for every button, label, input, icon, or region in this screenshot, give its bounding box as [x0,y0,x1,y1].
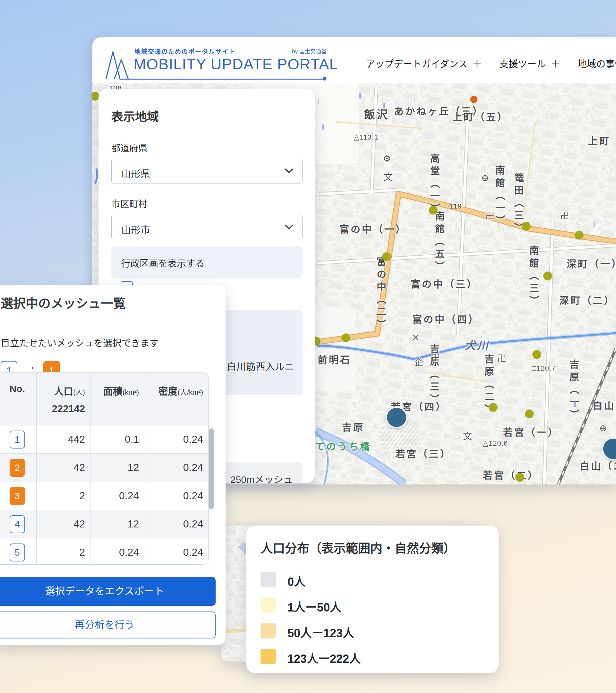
region-panel-title: 表示地域 [111,107,159,124]
cell-density: 0.24 [144,454,208,482]
map-label: ·119 [447,202,462,211]
map-symbol: ✕ [412,332,419,343]
table-row[interactable]: 520.240.24 [0,538,208,565]
mesh-badge[interactable]: 1 [9,431,25,449]
table-row[interactable]: 14420.10.24 [0,425,208,454]
map-label: 吉原（一） [566,359,580,422]
table-row[interactable]: 320.240.24 [0,482,208,510]
cell-area: 0.1 [90,425,144,454]
bus-stop-dot [516,473,524,481]
cell-population: 42 [36,454,90,482]
map-label: 富の中（二） [374,257,388,332]
map-symbol: 文 [384,170,393,183]
map-label: 若宮（一） [503,424,559,439]
cell-area: 0.24 [90,538,144,565]
mesh-badge-selected[interactable]: 2 [9,459,25,477]
poi-dot [470,96,477,103]
export-button[interactable]: 選択データをエクスポート [0,577,216,606]
map-label: 若宮（三） [395,446,452,460]
col-density: 密度(人/km²) [144,373,208,397]
city-select[interactable]: 山形市 [111,214,302,240]
map-label: 南館（三） [526,245,540,308]
bus-stop-dot [342,334,350,342]
bus-stop-dot [429,206,437,214]
prefecture-label: 都道府県 [111,141,147,154]
map-label: ∥ [383,102,385,108]
arrow-right-icon: → [24,359,36,373]
nav-item-1[interactable]: 支援ツール＋ [499,56,560,70]
map-label: 吉原 [342,419,364,433]
bus-stop-dot [93,92,99,100]
cell-density: 0.24 [144,482,208,510]
legend-swatch [260,597,276,613]
map-symbol: 卍 [485,209,494,221]
main-nav: アップデートガイダンス＋支援ツール＋地域の事例 [366,56,616,70]
prefecture-select[interactable]: 山形県 [111,158,302,184]
mesh-table: No. 人口(人) 222142 面積(km²) 密度(人/km²) 14420… [0,372,208,565]
nav-item-0[interactable]: アップデートガイダンス＋ [366,56,482,70]
map-label: 富の中（三） [411,276,478,290]
bus-stop-dot [522,222,530,230]
brand-tagline: 地域交通のためのポータルサイト [135,47,236,56]
map-label: 白山（二） [580,458,616,472]
brand-byline: by 国土交通省 [292,47,326,55]
map-label: てのうち橋 [315,439,371,453]
legend-title: 人口分布（表示範囲内・自然分類） [260,538,456,556]
map-label: △113.1 [354,133,378,141]
reanalyze-button[interactable]: 再分析を行う [0,612,216,638]
map-label: 若宮（二） [483,468,539,481]
legend-label: 123人ー222人 [287,649,361,666]
map-label: ∥ [359,93,361,99]
map-label: 犬川 [464,337,490,353]
selected-address-text: 白川筋西入ルニ [227,359,294,373]
nav-item-2[interactable]: 地域の事例 [577,57,616,70]
table-row[interactable]: 242120.24 [0,454,208,482]
mesh-cluster-marker[interactable] [386,407,408,428]
map-label: □120.7 [532,364,556,373]
legend-swatch [260,649,276,664]
population-legend: 人口分布（表示範囲内・自然分類） 0人1人ー50人50人ー123人123人ー22… [246,526,499,673]
admin-boundary-label: 行政区画を表示する [121,256,205,270]
city-label: 市区町村 [111,197,147,210]
cell-density: 0.24 [144,538,208,565]
legend-label: 50人ー123人 [287,624,354,640]
brand-underline [120,79,323,80]
brand-title: MOBILITY UPDATE PORTAL [134,55,338,73]
map-symbol: 文 [463,429,472,442]
city-value: 山形市 [121,222,150,236]
plus-icon: ＋ [550,58,560,70]
mesh-cluster-marker[interactable] [602,437,616,460]
col-no: No. [0,373,36,394]
page: 飯沢あかねヶ丘（三）上町（五）上町（三）富の中（一）富の中（三）富の中（四）深町… [0,0,616,693]
legend-label: 0人 [287,572,305,589]
mesh-badge-selected[interactable]: 3 [9,487,25,505]
table-row[interactable]: 442120.24 [0,510,208,538]
map-label: ∥ [593,221,595,227]
mesh-list-panel: 選択中のメッシュ一覧 目立たせたいメッシュを選択できます 1 → 1 No. 人… [0,285,225,645]
cell-population: 42 [36,510,90,538]
chevron-down-icon [284,224,294,230]
cell-density: 0.24 [144,510,208,538]
bus-stop-dot [489,403,497,412]
mesh-badge[interactable]: 5 [9,543,25,561]
cell-population: 2 [36,482,90,510]
bus-stop-dot [543,272,552,280]
mesh-badge[interactable]: 4 [9,515,25,533]
table-scrollbar[interactable] [209,428,214,510]
map-label: 白山 [593,398,615,412]
map-symbol: 卍 [431,351,440,363]
brand-underline-dot [323,77,326,81]
prefecture-value: 山形県 [121,166,150,180]
map-label: 富の中（四） [412,312,480,325]
cell-population: 2 [36,538,90,565]
map-symbol: 企 [414,355,423,368]
cell-area: 0.24 [90,482,144,510]
cell-area: 12 [90,454,144,482]
col-area: 面積(km²) [91,373,144,397]
map-symbol: ⊕ [599,423,607,433]
bus-stop-dot [533,350,541,359]
mesh-panel-subtitle: 目立たせたいメッシュを選択できます [1,336,159,349]
map-label: 上町（三） [588,133,616,147]
map-label: △120.6 [483,439,508,448]
map-label: 富の中（一） [339,221,407,236]
